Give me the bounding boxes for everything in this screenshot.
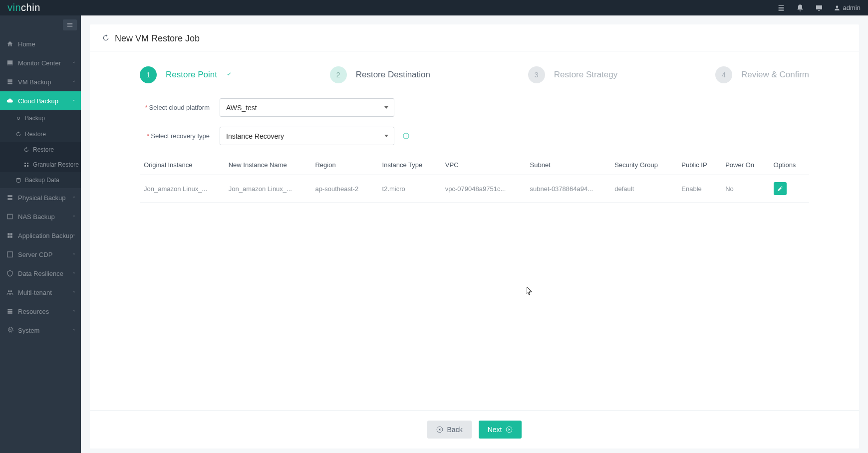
restore-icon (15, 131, 22, 138)
select-recovery-type[interactable]: Instance Recovery (220, 127, 394, 145)
chevron-left-icon (72, 309, 76, 314)
sidebar-item-data-resilience[interactable]: Data Resilience (0, 264, 81, 283)
svg-point-3 (10, 290, 12, 292)
sidebar-subsubitem-granular-restore[interactable]: Granular Restore (0, 157, 81, 172)
sidebar-item-monitor-center[interactable]: Monitor Center (0, 53, 81, 72)
vm-icon (6, 78, 14, 86)
physical-icon (6, 194, 14, 202)
th-public-ip: Public IP (677, 155, 721, 175)
step-restore-destination[interactable]: 2 Restore Destination (330, 66, 430, 83)
sidebar-item-system[interactable]: System (0, 321, 81, 340)
sidebar-subitem-backup[interactable]: Backup (0, 110, 81, 126)
back-button[interactable]: Back (427, 421, 472, 439)
th-options: Options (770, 155, 809, 175)
th-instance-type: Instance Type (378, 155, 441, 175)
sidebar-item-cloud-backup[interactable]: Cloud Backup (0, 91, 81, 110)
resources-icon (6, 307, 14, 315)
app-icon (6, 231, 14, 239)
sidebar-item-server-cdp[interactable]: Server CDP (0, 245, 81, 264)
th-original-instance: Original Instance (140, 155, 225, 175)
home-icon (6, 40, 14, 48)
sidebar-subitem-restore[interactable]: Restore (0, 126, 81, 142)
th-vpc: VPC (441, 155, 526, 175)
database-icon (15, 177, 22, 184)
chevron-left-icon (72, 233, 76, 238)
sidebar-item-application-backup[interactable]: Application Backup (0, 226, 81, 245)
chevron-left-icon (72, 328, 76, 333)
cdp-icon (6, 250, 14, 258)
th-subnet: Subnet (526, 155, 611, 175)
sidebar-item-resources[interactable]: Resources (0, 302, 81, 321)
cloud-icon (6, 97, 14, 105)
resilience-icon (6, 269, 14, 277)
th-region: Region (311, 155, 378, 175)
chevron-left-icon (72, 290, 76, 295)
granular-icon (23, 161, 30, 168)
tenant-icon (6, 288, 14, 296)
task-list-icon[interactable] (777, 3, 786, 12)
chevron-down-icon (72, 98, 76, 103)
label-recovery-type: *Select recovery type (140, 132, 220, 140)
edit-row-button[interactable] (774, 182, 787, 195)
svg-point-2 (8, 290, 9, 292)
table-row: Jon_amazon Linux_... Jon_amazon Linux_..… (140, 175, 809, 203)
instance-table: Original Instance New Instance Name Regi… (140, 155, 809, 203)
info-icon[interactable] (402, 132, 410, 140)
restore-icon (23, 146, 30, 153)
screen-icon[interactable] (815, 3, 824, 12)
th-security-group: Security Group (610, 155, 677, 175)
step-restore-strategy[interactable]: 3 Restore Strategy (528, 66, 618, 83)
step-restore-point[interactable]: 1 Restore Point (140, 66, 232, 83)
sidebar-item-vm-backup[interactable]: VM Backup (0, 72, 81, 91)
sidebar-item-physical-backup[interactable]: Physical Backup (0, 188, 81, 207)
sidebar-item-nas-backup[interactable]: NAS Backup (0, 207, 81, 226)
sidebar-item-multi-tenant[interactable]: Multi-tenant (0, 283, 81, 302)
chevron-left-icon (72, 271, 76, 276)
monitor-icon (6, 59, 14, 67)
chevron-left-icon (72, 214, 76, 219)
user-menu[interactable]: admin (834, 4, 861, 11)
sidebar-subsubitem-restore[interactable]: Restore (0, 142, 81, 157)
sidebar: Home Monitor Center VM Backup Cloud Back… (0, 15, 81, 453)
chevron-left-icon (72, 60, 76, 65)
svg-point-0 (17, 117, 20, 120)
sidebar-subitem-backup-data[interactable]: Backup Data (0, 172, 81, 188)
check-icon (226, 70, 232, 79)
brand-logo[interactable]: vinchin (7, 2, 40, 13)
nas-icon (6, 213, 14, 221)
select-cloud-platform[interactable]: AWS_test (220, 98, 394, 117)
page-title: New VM Restore Job (115, 33, 200, 44)
step-review-confirm[interactable]: 4 Review & Confirm (715, 66, 809, 83)
notification-icon[interactable] (796, 3, 805, 12)
th-power-on: Power On (721, 155, 769, 175)
next-button[interactable]: Next (479, 421, 522, 439)
chevron-left-icon (72, 79, 76, 84)
chevron-left-icon (72, 195, 76, 200)
sidebar-item-home[interactable]: Home (0, 34, 81, 53)
refresh-icon (102, 34, 110, 44)
svg-point-1 (16, 178, 20, 180)
sidebar-toggle-button[interactable] (63, 19, 77, 30)
th-new-instance-name: New Instance Name (225, 155, 311, 175)
circle-icon (15, 115, 22, 122)
label-cloud-platform: *Select cloud platform (140, 104, 220, 111)
gear-icon (6, 326, 14, 334)
chevron-left-icon (72, 252, 76, 257)
